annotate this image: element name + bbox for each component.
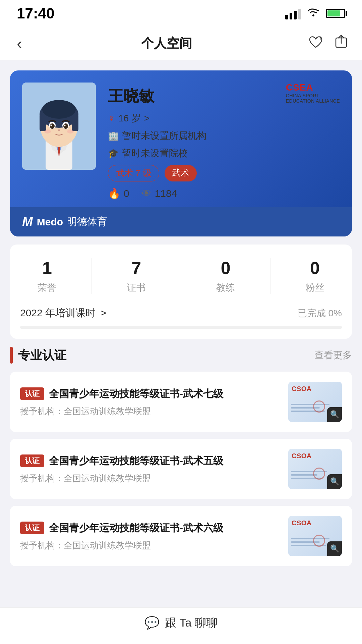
wifi-icon (307, 6, 320, 20)
section-accent (10, 347, 13, 364)
cert-content-1: 认证 全国青少年运动技能等级证书-武术七级 授予机构：全国运动训练教学联盟 (20, 387, 282, 417)
cert-label: 证书 (127, 281, 146, 294)
cert-thumb-3: CSOA 🔍 (288, 516, 342, 556)
profile-card: 王晓敏 ♀ 16 岁 > 🏢 暂时未设置所属机构 🎓 暂时未设置院校 武术 7 … (10, 70, 352, 236)
fire-count: 0 (124, 188, 129, 199)
see-more-button[interactable]: 查看更多 (314, 349, 352, 362)
brand-icon: M (22, 215, 33, 229)
cert-title-row-3: 认证 全国青少年运动技能等级证书-武术六级 (20, 521, 282, 535)
svg-text:+: + (318, 35, 322, 41)
profile-tags: 武术 7 级 武术 (108, 165, 340, 181)
cert-zoom-button-2[interactable]: 🔍 (327, 474, 342, 489)
training-complete: 已完成 0% (298, 307, 342, 320)
share-button[interactable] (334, 35, 349, 53)
nav-actions: + (308, 35, 349, 53)
view-stat: 👁 1184 (141, 188, 177, 199)
svg-rect-10 (40, 114, 46, 131)
svg-point-18 (64, 125, 66, 126)
profile-org-row: 🏢 暂时未设置所属机构 (108, 129, 340, 142)
svg-point-21 (67, 129, 74, 133)
profile-school: 暂时未设置院校 (122, 147, 188, 160)
cert-title-3: 全国青少年运动技能等级证书-武术六级 (49, 521, 223, 535)
cert-card-3[interactable]: 认证 全国青少年运动技能等级证书-武术六级 授予机构：全国运动训练教学联盟 CS… (10, 506, 352, 566)
training-label: 2022 年培训课时 > (20, 306, 106, 320)
brand-name: Medo (37, 216, 63, 228)
cert-badge-2: 认证 (20, 454, 44, 467)
coach-stat[interactable]: 0 教练 (216, 258, 235, 294)
status-bar: 17:40 (0, 0, 362, 27)
cert-title-1: 全国青少年运动技能等级证书-武术七级 (49, 387, 223, 401)
section-title-wrap: 专业认证 (10, 347, 66, 364)
progress-bar (20, 326, 342, 329)
stats-panel: 1 荣誉 7 证书 0 教练 0 粉丝 2022 年培训课时 > 已完成 0% (10, 245, 352, 339)
cert-title-2: 全国青少年运动技能等级证书-武术五级 (49, 454, 223, 468)
cert-org-1: 授予机构：全国运动训练教学联盟 (20, 406, 282, 417)
fans-label: 粉丝 (306, 281, 324, 294)
svg-point-0 (312, 14, 314, 16)
cert-org-3: 授予机构：全国运动训练教学联盟 (20, 540, 282, 551)
csea-logo: CSEA CHINA SPORTEDUCATION ALLIANCE (286, 83, 340, 104)
like-button[interactable]: + (308, 35, 324, 53)
honor-label: 荣誉 (38, 281, 56, 294)
fans-num: 0 (310, 258, 320, 278)
coach-label: 教练 (216, 281, 235, 294)
svg-point-20 (44, 129, 51, 133)
honor-stat[interactable]: 1 荣誉 (38, 258, 56, 294)
csea-sub: CHINA SPORTEDUCATION ALLIANCE (286, 93, 340, 104)
signal-icon (285, 7, 301, 19)
section-title: 专业认证 (18, 347, 66, 364)
status-time: 17:40 (17, 5, 55, 22)
profile-stats-row: 🔥 0 👁 1184 (108, 187, 340, 199)
battery-icon (326, 9, 345, 18)
view-count: 1184 (155, 188, 177, 199)
profile-age: 16 岁 (118, 112, 141, 125)
cert-title-row-1: 认证 全国青少年运动技能等级证书-武术七级 (20, 387, 282, 401)
profile-org: 暂时未设置所属机构 (122, 129, 206, 142)
cert-zoom-button-1[interactable]: 🔍 (327, 407, 342, 422)
honor-num: 1 (42, 258, 52, 278)
csea-text: CSEA (286, 83, 340, 93)
cert-stat[interactable]: 7 证书 (127, 258, 146, 294)
bottom-chat-bar[interactable]: 💬 跟 Ta 聊聊 (0, 607, 362, 644)
chat-icon: 💬 (144, 616, 160, 630)
svg-point-17 (51, 125, 52, 126)
nav-bar: ‹ 个人空间 + (0, 27, 362, 60)
age-arrow: > (144, 113, 149, 124)
svg-point-16 (63, 123, 68, 129)
avatar (22, 83, 96, 170)
chat-label: 跟 Ta 聊聊 (165, 615, 218, 631)
cert-title-row-2: 认证 全国青少年运动技能等级证书-武术五级 (20, 454, 282, 468)
svg-point-12 (42, 100, 76, 119)
training-row[interactable]: 2022 年培训课时 > 已完成 0% (20, 306, 342, 320)
fire-stat: 🔥 0 (108, 187, 129, 199)
cert-thumb-1: CSOA 🔍 (288, 382, 342, 422)
cert-zoom-button-3[interactable]: 🔍 (327, 541, 342, 556)
svg-point-15 (50, 123, 55, 129)
coach-num: 0 (221, 258, 231, 278)
pro-certs-section: 专业认证 查看更多 认证 全国青少年运动技能等级证书-武术七级 授予机构：全国运… (10, 347, 352, 566)
stats-grid: 1 荣誉 7 证书 0 教练 0 粉丝 (20, 258, 342, 294)
cert-thumb-2: CSOA 🔍 (288, 449, 342, 489)
section-header: 专业认证 查看更多 (10, 347, 352, 364)
svg-point-19 (58, 129, 60, 131)
cert-org-2: 授予机构：全国运动训练教学联盟 (20, 473, 282, 484)
cert-content-3: 认证 全国青少年运动技能等级证书-武术六级 授予机构：全国运动训练教学联盟 (20, 521, 282, 551)
page-title: 个人空间 (141, 35, 192, 52)
cert-card-1[interactable]: 认证 全国青少年运动技能等级证书-武术七级 授予机构：全国运动训练教学联盟 CS… (10, 372, 352, 432)
profile-age-row[interactable]: ♀ 16 岁 > (108, 112, 340, 125)
back-button[interactable]: ‹ (13, 31, 25, 56)
brand-cn: 明德体育 (67, 215, 107, 229)
tag-sport: 武术 (165, 165, 197, 181)
cert-content-2: 认证 全国青少年运动技能等级证书-武术五级 授予机构：全国运动训练教学联盟 (20, 454, 282, 484)
brand-footer: M Medo 明德体育 (10, 207, 352, 236)
fans-stat[interactable]: 0 粉丝 (306, 258, 324, 294)
svg-rect-11 (72, 114, 78, 131)
cert-badge-3: 认证 (20, 522, 44, 534)
avatar-container (22, 83, 96, 170)
profile-school-row: 🎓 暂时未设置院校 (108, 147, 340, 160)
tag-level: 武术 7 级 (108, 165, 159, 181)
cert-card-2[interactable]: 认证 全国青少年运动技能等级证书-武术五级 授予机构：全国运动训练教学联盟 CS… (10, 439, 352, 499)
status-icons (285, 6, 345, 20)
cert-num: 7 (131, 258, 141, 278)
cert-badge-1: 认证 (20, 387, 44, 400)
